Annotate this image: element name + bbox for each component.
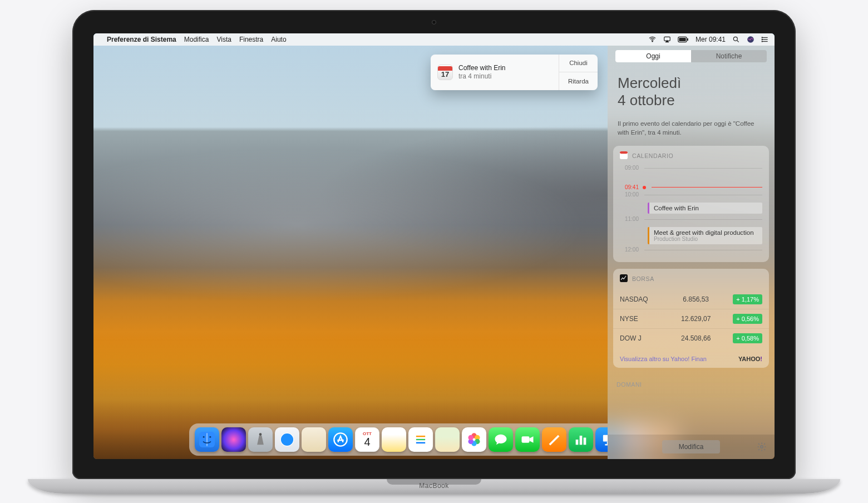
stocks-more-link[interactable]: Visualizza altro su Yahoo! Finan: [620, 356, 707, 362]
hour-label: 09:00: [620, 165, 639, 171]
laptop-lid: Preferenze di Sistema Modifica Vista Fin…: [72, 10, 796, 479]
dock-app-maps[interactable]: [435, 427, 460, 452]
dock-app-appstore[interactable]: [328, 427, 353, 452]
dock-app-pages[interactable]: [542, 427, 566, 452]
nc-summary: Il primo evento del calendario per oggi …: [608, 114, 775, 146]
stock-row[interactable]: DOW J 24.508,66 + 0,58%: [613, 328, 769, 348]
calendar-event[interactable]: Meet & greet with digital production Pro…: [648, 227, 762, 244]
yahoo-brand: YAHOO!: [738, 356, 762, 362]
dock-app-messages[interactable]: [489, 427, 513, 452]
calendar-app-icon: [620, 151, 628, 160]
svg-point-11: [762, 39, 762, 40]
notification-center-icon[interactable]: [761, 36, 769, 43]
dock-app-reminders[interactable]: [408, 427, 433, 452]
hour-label: 11:00: [620, 216, 639, 222]
airplay-icon[interactable]: [663, 36, 671, 43]
notification-title: Coffee with Erin: [458, 64, 506, 72]
svg-rect-35: [580, 436, 583, 445]
hour-label: 10:00: [620, 191, 639, 198]
gear-icon[interactable]: [757, 442, 767, 452]
laptop-base: MacBook: [28, 479, 840, 494]
menubar-item-edit[interactable]: Modifica: [184, 36, 209, 43]
nc-tab-today[interactable]: Oggi: [615, 50, 691, 62]
svg-rect-15: [620, 274, 628, 282]
nc-footer: Modifica: [608, 435, 775, 459]
nc-date: 4 ottobre: [618, 92, 765, 109]
svg-rect-14: [620, 151, 628, 154]
nc-edit-button[interactable]: Modifica: [662, 440, 721, 453]
menubar-clock[interactable]: Mer 09:41: [696, 36, 726, 43]
menubar-app-name[interactable]: Preferenze di Sistema: [107, 36, 176, 43]
widget-stocks: BORSA NASDAQ 6.856,53 + 1,17% NYSE 12.62…: [613, 269, 769, 368]
svg-point-0: [652, 41, 653, 42]
notification-subtitle: tra 4 minuti: [458, 72, 506, 81]
notification-snooze-button[interactable]: Ritarda: [559, 72, 598, 90]
svg-rect-33: [522, 436, 530, 443]
laptop-frame: Preferenze di Sistema Modifica Vista Fin…: [72, 10, 796, 494]
menubar: Preferenze di Sistema Modifica Vista Fin…: [93, 33, 775, 46]
notification-center-panel: Oggi Notifiche Mercoledì 4 ottobre Il pr…: [608, 46, 775, 459]
svg-rect-3: [679, 37, 685, 41]
svg-point-19: [209, 436, 211, 437]
widget-calendar: CALENDARIO 09:00 09:41 10:00 Coffee with…: [613, 146, 769, 262]
widget-stocks-title: BORSA: [632, 275, 654, 282]
calendar-icon: 17: [437, 65, 453, 80]
svg-point-10: [762, 37, 762, 37]
nc-day: Mercoledì: [618, 75, 765, 92]
widget-calendar-title: CALENDARIO: [632, 152, 673, 159]
battery-icon[interactable]: [678, 36, 689, 43]
camera-dot: [432, 20, 436, 24]
menubar-item-window[interactable]: Finestra: [239, 36, 263, 43]
dock-app-safari[interactable]: [275, 427, 299, 452]
dock-app-numbers[interactable]: [569, 427, 593, 452]
notification-close-button[interactable]: Chiudi: [559, 55, 598, 72]
dock-app-finder[interactable]: [195, 427, 219, 452]
svg-point-5: [733, 37, 737, 41]
nc-tab-notifications[interactable]: Notifiche: [691, 50, 767, 62]
notification-banner: 17 Coffee with Erin tra 4 minuti Chiudi …: [431, 55, 598, 90]
hour-label: 12:00: [620, 246, 639, 253]
nc-tab-switcher: Oggi Notifiche: [615, 50, 767, 62]
dock-app-facetime[interactable]: [515, 427, 540, 452]
menubar-item-help[interactable]: Aiuto: [271, 36, 286, 43]
screen: Preferenze di Sistema Modifica Vista Fin…: [93, 33, 775, 459]
dock-app-notes[interactable]: [382, 427, 406, 452]
svg-point-12: [762, 41, 762, 41]
wifi-icon[interactable]: [648, 35, 657, 43]
now-time-label: 09:41: [620, 184, 639, 190]
svg-point-32: [468, 435, 474, 440]
dock-app-calendar[interactable]: OTT 4: [355, 427, 379, 452]
svg-point-20: [259, 433, 262, 436]
stocks-app-icon: [620, 274, 628, 283]
dock: OTT 4: [189, 423, 679, 456]
svg-rect-34: [576, 440, 579, 445]
now-indicator-dot: [643, 186, 646, 189]
stock-row[interactable]: NYSE 12.629,07 + 0,56%: [613, 309, 769, 328]
dock-app-photos[interactable]: [462, 427, 486, 452]
svg-rect-4: [687, 38, 688, 41]
dock-app-launchpad[interactable]: [248, 427, 273, 452]
calendar-event[interactable]: Coffee with Erin: [648, 203, 762, 214]
menubar-item-view[interactable]: Vista: [216, 36, 231, 43]
stock-row[interactable]: NASDAQ 6.856,53 + 1,17%: [613, 290, 769, 309]
dock-app-siri[interactable]: [221, 427, 246, 452]
dock-app-preview[interactable]: [302, 427, 326, 452]
svg-rect-36: [584, 437, 586, 445]
spotlight-icon[interactable]: [732, 36, 740, 43]
svg-point-18: [203, 436, 205, 437]
siri-icon[interactable]: [747, 36, 754, 43]
svg-point-16: [761, 445, 763, 448]
laptop-label: MacBook: [419, 482, 449, 490]
nc-tomorrow-header: DOMANI: [613, 374, 769, 390]
